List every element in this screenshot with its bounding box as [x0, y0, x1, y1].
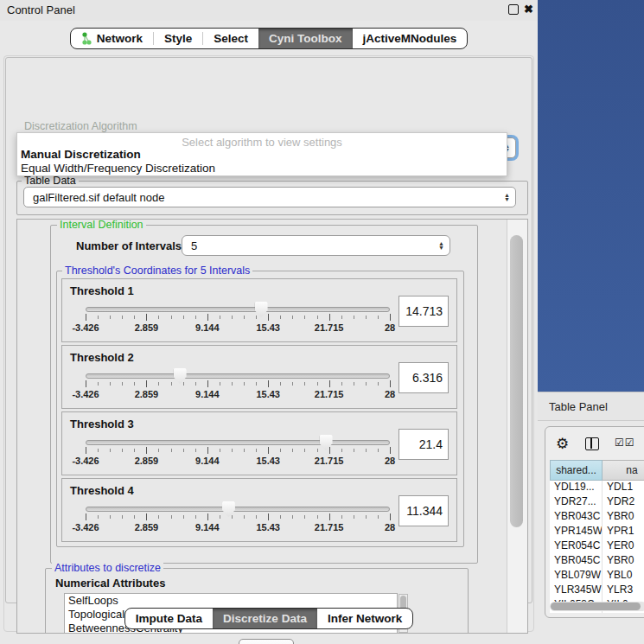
slider-track[interactable]: [86, 373, 390, 379]
tab-infer-network[interactable]: Infer Network: [317, 609, 412, 628]
cell-name[interactable]: YER0: [603, 539, 644, 554]
columns-icon[interactable]: [585, 437, 599, 450]
apply-button[interactable]: Apply: [239, 639, 294, 644]
tick-label: 15.43: [256, 322, 280, 333]
tick-label: -3.426: [72, 389, 99, 399]
tab-network[interactable]: Network: [71, 29, 153, 48]
algorithm-option-manual[interactable]: Manual Discretization: [21, 148, 141, 161]
cell-shared-name[interactable]: YBL079W: [550, 569, 603, 583]
gear-icon[interactable]: ⚙: [556, 435, 569, 453]
column-header-name[interactable]: na: [603, 460, 644, 481]
control-panel: Control Panel ✖ NetworkStyleSelectCyni T…: [0, 0, 538, 644]
slider-minor-ticks: [86, 449, 391, 452]
cell-shared-name[interactable]: YER054C: [550, 539, 603, 554]
scrollbar-thumb[interactable]: [510, 235, 523, 527]
tick-mark: [268, 314, 269, 321]
control-panel-titlebar: Control Panel ✖: [0, 0, 538, 21]
tick-label: -3.426: [72, 322, 99, 333]
slider-track[interactable]: [86, 507, 390, 512]
tab-style[interactable]: Style: [154, 29, 202, 48]
threshold-value-field[interactable]: 14.713: [399, 296, 449, 327]
attributes-group-label: Attributes to discretize: [52, 562, 163, 574]
table-header-row: shared... na: [550, 460, 644, 481]
num-intervals-combobox[interactable]: 5 ▲▼: [182, 235, 450, 256]
node-table: shared... na YDL19...YDL1YDR27...YDR2YBR…: [550, 460, 644, 613]
table-row[interactable]: YDR27...YDR2: [550, 495, 644, 510]
table-row[interactable]: YBL079WYBL0: [550, 569, 644, 583]
tab-jactivemnodules[interactable]: jActiveMNodules: [353, 29, 468, 48]
tick-mark: [146, 314, 147, 321]
tick-label: 21.715: [315, 456, 344, 466]
cell-name[interactable]: YBR0: [603, 554, 644, 569]
scrollbar-thumb[interactable]: [551, 603, 641, 610]
table-row[interactable]: YLR345WYLR3: [550, 583, 644, 598]
algorithm-option-equal-width[interactable]: Equal Width/Frequency Discretization: [21, 162, 215, 175]
table-row[interactable]: YPR145WYPR1: [550, 525, 644, 539]
close-icon[interactable]: ✖: [524, 3, 533, 16]
float-window-icon[interactable]: [508, 4, 519, 15]
select-columns-checkboxes-icon[interactable]: ☑☑: [615, 437, 635, 449]
cell-name[interactable]: YBL0: [603, 569, 644, 583]
threshold-value-field[interactable]: 21.4: [399, 429, 449, 460]
table-horizontal-scrollbar[interactable]: [550, 602, 644, 611]
cell-shared-name[interactable]: YLR345W: [550, 583, 603, 598]
cell-shared-name[interactable]: YBR043C: [550, 510, 603, 525]
tick-mark: [86, 314, 86, 321]
tick-mark: [146, 447, 147, 454]
cell-name[interactable]: YPR1: [603, 525, 644, 539]
table-row[interactable]: YER054CYER0: [550, 539, 644, 554]
table-panel-box: ⚙ ☑☑ shared... na YDL19...YDL1YDR27...YD…: [545, 426, 644, 618]
table-row[interactable]: YBR043CYBR0: [550, 510, 644, 525]
network-icon: [81, 32, 92, 45]
table-data-combobox[interactable]: galFiltered.sif default node ▲▼: [23, 187, 516, 207]
slider-track[interactable]: [86, 440, 390, 445]
cell-shared-name[interactable]: YDR27...: [550, 495, 603, 510]
tick-label: 28: [385, 456, 395, 466]
cell-name[interactable]: YDL1: [603, 481, 644, 495]
bottom-tab-bar: Impute DataDiscretize DataInfer Network: [0, 608, 538, 629]
tick-label: 2.859: [135, 389, 159, 399]
threshold-row-3: Threshold 3-3.4262.8599.14415.4321.71528…: [61, 411, 457, 475]
cell-name[interactable]: YBR0: [603, 510, 644, 525]
cell-name[interactable]: YLR3: [603, 583, 644, 598]
cell-name[interactable]: YDR2: [603, 495, 644, 510]
cyni-toolbox-panel: Discretization Algorithm ▲▼ Table Data g…: [5, 57, 532, 603]
slider-track[interactable]: [86, 307, 390, 312]
attribute-list-item[interactable]: SelfLoops: [65, 594, 397, 608]
table-panel: ⚙ ☑☑ shared... na YDL19...YDL1YDR27...YD…: [538, 421, 644, 644]
tick-label: -3.426: [72, 522, 99, 532]
threshold-value-field[interactable]: 11.344: [399, 495, 449, 526]
num-intervals-label: Number of Intervals: [76, 239, 182, 252]
pane-vertical-scrollbar[interactable]: [507, 220, 528, 633]
tick-label: 15.43: [256, 456, 280, 466]
tick-mark: [329, 447, 330, 454]
cell-shared-name[interactable]: YPR145W: [550, 525, 603, 539]
algorithm-dropdown-popup: Select algorithm to view settings Manual…: [16, 132, 507, 176]
cell-shared-name[interactable]: YDL19...: [550, 481, 603, 495]
interval-definition-label: Interval Definition: [57, 219, 146, 231]
num-intervals-value: 5: [191, 239, 197, 252]
tick-label: 21.715: [315, 522, 344, 532]
tab-impute-data[interactable]: Impute Data: [125, 609, 213, 628]
threshold-value-field[interactable]: 6.316: [399, 362, 449, 393]
table-row[interactable]: YBR045CYBR0: [550, 554, 644, 569]
tab-cyni-toolbox[interactable]: Cyni Toolbox: [258, 29, 353, 48]
tick-label: 9.144: [195, 456, 220, 466]
table-panel-titlebar: Table Panel: [538, 392, 644, 421]
tick-label: 15.43: [256, 389, 280, 399]
tick-mark: [207, 314, 208, 321]
table-data-value: galFiltered.sif default node: [33, 191, 164, 204]
tick-mark: [329, 380, 330, 387]
stepper-arrows-icon: ▲▼: [504, 194, 510, 201]
threshold-row-1: Threshold 1-3.4262.8599.14415.4321.71528…: [61, 278, 457, 342]
algorithm-placeholder: Select algorithm to view settings: [17, 136, 507, 149]
stepper-arrows-icon: ▲▼: [438, 242, 444, 250]
column-header-shared-name[interactable]: shared...: [550, 460, 603, 481]
tick-mark: [268, 513, 269, 520]
tab-discretize-data[interactable]: Discretize Data: [213, 609, 317, 628]
settings-scroll-pane: Interval Definition Number of Intervals …: [16, 219, 528, 634]
table-row[interactable]: YDL19...YDL1: [550, 481, 644, 495]
tick-mark: [86, 447, 86, 454]
cell-shared-name[interactable]: YBR045C: [550, 554, 603, 569]
tab-select[interactable]: Select: [203, 29, 258, 48]
